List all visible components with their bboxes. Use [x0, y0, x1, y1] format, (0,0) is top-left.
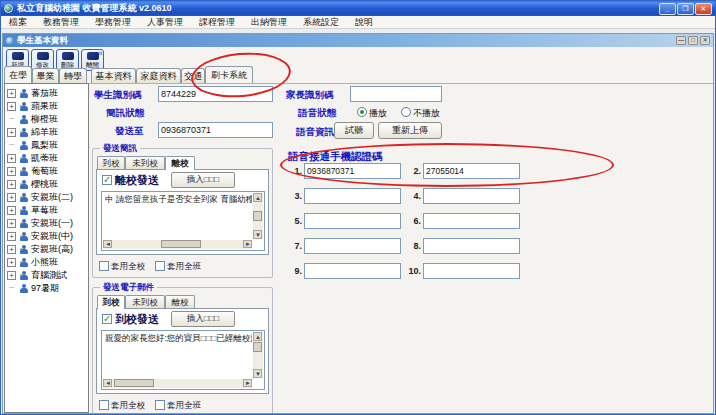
- voice-code-input-2[interactable]: [423, 163, 520, 179]
- tree-item-anqin-2[interactable]: 安親班(二): [5, 191, 88, 204]
- student-id-input[interactable]: [158, 86, 273, 102]
- sms-tab-absent[interactable]: 未到校: [125, 156, 165, 170]
- email-insert-button[interactable]: 插入□□□: [171, 311, 235, 327]
- expander-icon[interactable]: [7, 167, 16, 176]
- scroll-right-icon[interactable]: [243, 240, 252, 248]
- expander-icon[interactable]: [7, 180, 16, 189]
- email-vertical-scrollbar[interactable]: [253, 332, 263, 378]
- email-tab-arrival[interactable]: 到校: [97, 295, 125, 309]
- scroll-up-icon[interactable]: [253, 193, 262, 202]
- tree-item-bear[interactable]: 小熊班: [5, 256, 88, 269]
- email-tab-absent[interactable]: 未到校: [125, 295, 165, 309]
- tree-item-sheep[interactable]: 綿羊班: [5, 126, 88, 139]
- email-tab-leave[interactable]: 離校: [165, 295, 195, 309]
- voice-code-input-5[interactable]: [304, 213, 401, 229]
- tree-item-cherry[interactable]: 櫻桃班: [5, 178, 88, 191]
- child-restore-button[interactable]: □: [688, 36, 698, 45]
- sms-tab-leave[interactable]: 離校: [165, 156, 195, 170]
- expander-icon[interactable]: [7, 89, 16, 98]
- child-close-button[interactable]: ✕: [700, 36, 710, 45]
- menu-cashier-mgmt[interactable]: 出納管理: [243, 16, 295, 29]
- voice-code-input-6[interactable]: [423, 213, 520, 229]
- scrollbar-thumb[interactable]: [253, 342, 262, 352]
- minimize-button[interactable]: _: [659, 3, 676, 15]
- voice-code-input-9[interactable]: [304, 263, 401, 279]
- tree-item-kitty[interactable]: 凱蒂班: [5, 152, 88, 165]
- expander-icon[interactable]: [7, 245, 16, 254]
- tree-item-97-summer[interactable]: 97暑期: [5, 282, 88, 295]
- sms-vertical-scrollbar[interactable]: [253, 193, 263, 239]
- expander-icon[interactable]: [7, 154, 16, 163]
- tree-item-orange[interactable]: 柳橙班: [5, 113, 88, 126]
- voice-code-input-8[interactable]: [423, 238, 520, 254]
- scrollbar-thumb[interactable]: [253, 211, 262, 221]
- menu-file[interactable]: 檔案: [1, 16, 35, 29]
- menu-system-settings[interactable]: 系統設定: [295, 16, 347, 29]
- expander-icon[interactable]: [7, 232, 16, 241]
- voice-code-input-7[interactable]: [304, 238, 401, 254]
- send-to-input[interactable]: [158, 122, 273, 138]
- tab-graduated[interactable]: 畢業: [32, 68, 59, 83]
- scroll-down-icon[interactable]: [253, 230, 262, 239]
- tab-transferred[interactable]: 轉學: [59, 68, 87, 83]
- tab-enrolled[interactable]: 在學: [4, 66, 32, 83]
- voice-code-input-1[interactable]: [304, 163, 401, 179]
- scrollbar-thumb[interactable]: [114, 379, 154, 387]
- email-horizontal-scrollbar[interactable]: [103, 379, 252, 388]
- tab-card-system[interactable]: 刷卡系統: [205, 66, 253, 83]
- tree-item-pineapple[interactable]: 鳳梨班: [5, 139, 88, 152]
- reupload-button[interactable]: 重新上傳: [378, 122, 442, 139]
- expander-icon[interactable]: [7, 271, 16, 280]
- menu-course-mgmt[interactable]: 課程管理: [191, 16, 243, 29]
- email-apply-class-checkbox[interactable]: [155, 400, 165, 410]
- leave-send-checkbox[interactable]: [102, 175, 112, 185]
- tree-item-grape[interactable]: 葡萄班: [5, 165, 88, 178]
- sms-apply-class-checkbox[interactable]: [155, 261, 165, 271]
- email-message-box[interactable]: 親愛的家長您好:您的寶貝□□□已經離校於日: [101, 330, 265, 390]
- sms-tab-arrival[interactable]: 到校: [97, 156, 125, 170]
- sms-apply-school-checkbox[interactable]: [99, 261, 109, 271]
- tab-family-data[interactable]: 家庭資料: [136, 68, 181, 83]
- email-apply-school-checkbox[interactable]: [99, 400, 109, 410]
- menu-help[interactable]: 說明: [347, 16, 381, 29]
- tree-item-anqin-1[interactable]: 安親班(一): [5, 217, 88, 230]
- voice-noplay-radio[interactable]: [401, 107, 411, 117]
- tab-transport[interactable]: 交通: [181, 68, 205, 83]
- menu-academic-mgmt[interactable]: 教務管理: [35, 16, 87, 29]
- scroll-left-icon[interactable]: [103, 379, 112, 387]
- expander-icon[interactable]: [7, 128, 16, 137]
- child-minimize-button[interactable]: —: [676, 36, 686, 45]
- tree-item-yunao-test[interactable]: 育腦測試: [5, 269, 88, 282]
- tree-item-anqin-mid[interactable]: 安親班(中): [5, 230, 88, 243]
- expander-icon[interactable]: [7, 102, 16, 111]
- sms-message-box[interactable]: 中 請您留意孩子是否安全到家 育腦幼稚園敬啟: [101, 191, 265, 251]
- voice-code-input-10[interactable]: [423, 263, 520, 279]
- tab-basic-data[interactable]: 基本資料: [91, 68, 136, 83]
- expander-icon[interactable]: [7, 219, 16, 228]
- voice-play-radio[interactable]: [357, 107, 367, 117]
- sms-insert-button[interactable]: 插入□□□: [171, 172, 235, 188]
- close-button[interactable]: ✕: [695, 3, 712, 15]
- expander-icon[interactable]: [7, 193, 16, 202]
- arrival-send-checkbox[interactable]: [102, 314, 112, 324]
- scroll-right-icon[interactable]: [243, 379, 252, 387]
- voice-code-input-3[interactable]: [304, 188, 401, 204]
- expander-icon[interactable]: [7, 258, 16, 267]
- sms-horizontal-scrollbar[interactable]: [103, 240, 252, 249]
- restore-button[interactable]: ❐: [677, 3, 694, 15]
- tree-item-tomato[interactable]: 蕃茄班: [5, 87, 88, 100]
- tree-item-apple[interactable]: 蘋果班: [5, 100, 88, 113]
- listen-button[interactable]: 試聽: [334, 122, 374, 139]
- scroll-up-icon[interactable]: [253, 332, 262, 341]
- scroll-left-icon[interactable]: [103, 240, 112, 248]
- class-tree[interactable]: 蕃茄班 蘋果班 柳橙班 綿羊班 鳳梨班 凱蒂班 葡萄班 櫻桃班 安親班(二) 草…: [4, 83, 89, 413]
- menu-hr-mgmt[interactable]: 人事管理: [139, 16, 191, 29]
- expander-icon[interactable]: [7, 206, 16, 215]
- tree-item-strawberry[interactable]: 草莓班: [5, 204, 88, 217]
- parent-id-input[interactable]: [350, 86, 442, 102]
- menu-student-affairs[interactable]: 學務管理: [87, 16, 139, 29]
- scroll-down-icon[interactable]: [253, 369, 262, 378]
- scrollbar-thumb[interactable]: [161, 240, 201, 248]
- voice-code-input-4[interactable]: [423, 188, 520, 204]
- tree-item-anqin-high[interactable]: 安親班(高): [5, 243, 88, 256]
